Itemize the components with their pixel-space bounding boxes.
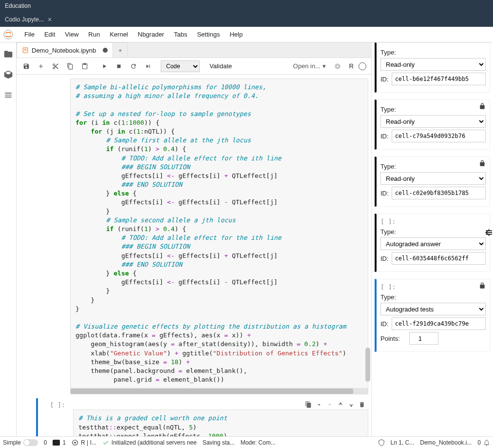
notebook-tabs: Demo_Notebook.ipynb + bbox=[17, 42, 371, 58]
menu-kernel[interactable]: Kernel bbox=[105, 27, 133, 42]
run-all-button[interactable] bbox=[141, 60, 155, 73]
card-prompt: [ ]: bbox=[380, 283, 486, 291]
cut-button[interactable] bbox=[49, 60, 62, 73]
duplicate-icon[interactable] bbox=[305, 401, 312, 409]
status-trusted[interactable] bbox=[378, 439, 385, 446]
insert-below-icon[interactable] bbox=[348, 401, 355, 409]
type-select[interactable]: Read-only bbox=[380, 58, 486, 71]
window-title-bar: Education bbox=[0, 0, 493, 12]
menu-file[interactable]: File bbox=[19, 27, 39, 42]
id-label: ID: bbox=[380, 133, 389, 140]
open-in-dropdown[interactable]: Open in... ▾ bbox=[289, 62, 330, 70]
menu-view[interactable]: View bbox=[60, 27, 83, 42]
running-icon[interactable] bbox=[3, 70, 13, 79]
status-terminals[interactable]: 1 bbox=[53, 439, 66, 446]
notebook-icon bbox=[22, 47, 29, 54]
paste-button[interactable] bbox=[78, 60, 92, 73]
simple-mode-toggle[interactable]: Simple bbox=[3, 439, 38, 446]
add-cell-button[interactable] bbox=[34, 60, 48, 73]
status-mode: Mode: Com... bbox=[241, 439, 276, 446]
type-select[interactable]: Autograded answer bbox=[380, 237, 486, 250]
status-zero: 0 bbox=[44, 439, 47, 446]
points-label: Points: bbox=[380, 335, 400, 342]
validate-button[interactable]: Validate bbox=[206, 62, 236, 70]
delete-icon[interactable] bbox=[359, 401, 365, 409]
type-label: Type: bbox=[380, 163, 396, 170]
status-notifications[interactable]: 0 bbox=[477, 439, 490, 446]
terminal-icon bbox=[53, 440, 60, 446]
notebook-tab[interactable]: Demo_Notebook.ipynb bbox=[17, 42, 113, 58]
notebook-tab-label: Demo_Notebook.ipynb bbox=[32, 47, 96, 54]
status-kernel[interactable]: R | I... bbox=[72, 439, 96, 446]
close-icon[interactable]: × bbox=[48, 16, 52, 23]
notebook-toolbar: Code Validate Open in... ▾ R bbox=[17, 58, 371, 75]
type-select[interactable]: Read-only bbox=[380, 115, 486, 128]
card-prompt: [ ]: bbox=[380, 218, 486, 225]
id-label: ID: bbox=[380, 320, 389, 328]
shield-icon bbox=[378, 439, 385, 446]
horizontal-scrollbar[interactable] bbox=[70, 389, 368, 394]
notebook-body[interactable]: # Sample bi-allelic polymorphisms for 10… bbox=[17, 75, 371, 436]
id-input[interactable] bbox=[392, 252, 486, 265]
menu-bar: FileEditViewRunKernelNbgraderTabsSetting… bbox=[17, 27, 247, 42]
type-label: Type: bbox=[380, 49, 396, 56]
status-lsp: Initialized (additional servers nee bbox=[102, 439, 197, 446]
code-editor[interactable]: # Sample bi-allelic polymorphisms for 10… bbox=[70, 78, 368, 389]
side-handle-icon[interactable] bbox=[482, 227, 493, 238]
restart-button[interactable] bbox=[127, 60, 140, 73]
chevron-down-icon: ▾ bbox=[322, 62, 326, 70]
menu-bar-container: FileEditViewRunKernelNbgraderTabsSetting… bbox=[0, 27, 493, 42]
code-editor[interactable]: # This is a graded cell worth one point … bbox=[73, 409, 368, 436]
menu-settings[interactable]: Settings bbox=[192, 27, 225, 42]
svg-point-0 bbox=[4, 30, 13, 39]
id-input[interactable] bbox=[392, 130, 486, 142]
insert-above-icon[interactable] bbox=[337, 401, 344, 409]
add-tab-button[interactable]: + bbox=[113, 42, 128, 58]
toggle-icon[interactable] bbox=[23, 439, 38, 446]
lock-icon bbox=[479, 103, 486, 110]
left-rail bbox=[0, 42, 17, 436]
code-cell-active[interactable]: [ ]: # This is a graded cell worth one p… bbox=[17, 395, 371, 436]
jupyter-logo bbox=[0, 27, 17, 42]
lsp-icon bbox=[102, 439, 109, 446]
tab-strip: Codio Jupyte... × bbox=[0, 12, 493, 27]
nbgrader-card: Type:Read-onlyID: bbox=[375, 99, 490, 150]
menu-edit[interactable]: Edit bbox=[39, 27, 60, 42]
menu-nbgrader[interactable]: Nbgrader bbox=[133, 27, 169, 42]
menu-run[interactable]: Run bbox=[83, 27, 105, 42]
toc-icon[interactable] bbox=[3, 90, 13, 100]
save-button[interactable] bbox=[19, 60, 33, 73]
menu-help[interactable]: Help bbox=[225, 27, 247, 42]
vertical-scrollbar[interactable] bbox=[365, 348, 370, 382]
status-bar: Simple 0 1 R | I... Initialized (additio… bbox=[0, 436, 493, 448]
nbgrader-card: Type:Read-onlyID: bbox=[375, 156, 490, 207]
type-select[interactable]: Autograded tests bbox=[380, 303, 486, 315]
type-select[interactable]: Read-only bbox=[380, 172, 486, 185]
copy-button[interactable] bbox=[63, 60, 77, 73]
cell-type-select[interactable]: Code bbox=[161, 60, 200, 72]
stop-button[interactable] bbox=[112, 60, 126, 73]
code-cell[interactable]: # Sample bi-allelic polymorphisms for 10… bbox=[17, 75, 371, 395]
id-input[interactable] bbox=[392, 317, 486, 330]
id-label: ID: bbox=[380, 190, 389, 197]
folder-icon[interactable] bbox=[3, 49, 13, 59]
window-title: Education bbox=[5, 2, 31, 9]
app-tab-codio[interactable]: Codio Jupyte... × bbox=[0, 12, 57, 27]
id-input[interactable] bbox=[392, 187, 486, 199]
type-label: Type: bbox=[380, 293, 396, 301]
nbgrader-card: [ ]:Type:Autograded answerID: bbox=[375, 214, 490, 272]
type-label: Type: bbox=[380, 228, 396, 235]
cell-prompt: [ ]: bbox=[36, 399, 70, 436]
points-input[interactable] bbox=[409, 332, 438, 345]
move-up-icon[interactable] bbox=[316, 401, 322, 409]
nbgrader-card: Type:Read-onlyID: bbox=[375, 42, 490, 93]
lock-icon bbox=[479, 282, 486, 289]
run-button[interactable] bbox=[97, 60, 111, 73]
menu-tabs[interactable]: Tabs bbox=[169, 27, 192, 42]
move-down-icon[interactable] bbox=[326, 401, 333, 409]
kernel-status-icon bbox=[359, 62, 366, 70]
kernel-name[interactable]: R bbox=[345, 62, 358, 70]
id-input[interactable] bbox=[392, 73, 486, 85]
gear-icon[interactable] bbox=[331, 60, 344, 73]
nbgrader-panel[interactable]: Type:Read-onlyID:Type:Read-onlyID:Type:R… bbox=[371, 42, 493, 436]
